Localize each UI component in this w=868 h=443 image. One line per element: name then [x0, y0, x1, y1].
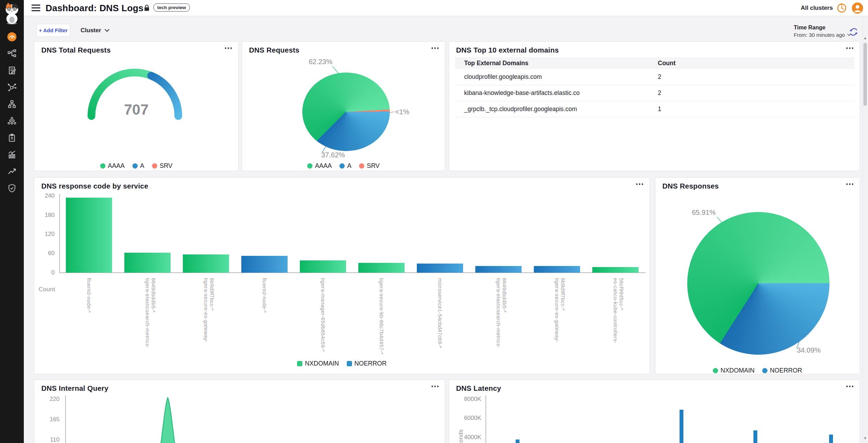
panel-title: DNS Responses: [662, 182, 719, 190]
chart-legend: AAAA A SRV: [242, 162, 445, 170]
y-tick: 8000K: [456, 396, 481, 403]
y-tick: 180: [36, 212, 55, 219]
legend-item[interactable]: NXDOMAIN: [297, 360, 339, 367]
legend-dot: [132, 163, 138, 169]
metrics-icon[interactable]: [7, 150, 16, 159]
area-chart[interactable]: [34, 380, 446, 443]
tech-preview-badge: tech preview: [153, 4, 190, 12]
panel-dns-top-domains: DNS Top 10 external domains Top External…: [449, 41, 860, 171]
lock-icon: [144, 5, 150, 13]
bar[interactable]: [516, 439, 519, 443]
panel-menu-button[interactable]: [846, 181, 854, 187]
y-tick: 240: [36, 192, 55, 199]
dashboard-gauge-icon[interactable]: [7, 32, 16, 41]
policies-icon[interactable]: [7, 66, 16, 75]
legend-item[interactable]: SRV: [359, 162, 380, 170]
legend-dot: [359, 163, 364, 169]
x-axis-labels: fluentd-node-*tigera-elasticsearch-metri…: [60, 278, 645, 359]
bar[interactable]: [417, 264, 463, 273]
time-range-selector[interactable]: From: 30 minutes ago: [794, 32, 851, 38]
legend-dot: [100, 163, 105, 169]
table-row: kibana-knowledge-base-artifacts.elastic.…: [455, 85, 854, 101]
trends-icon[interactable]: [7, 167, 16, 176]
cluster-dropdown[interactable]: Cluster: [81, 24, 109, 37]
refresh-icon[interactable]: [849, 27, 858, 36]
bar[interactable]: [680, 410, 683, 443]
pie-slice-label: 62.23%: [297, 58, 332, 66]
y-axis-title: Count: [39, 272, 55, 293]
pie-slice-label: 65.91%: [677, 209, 716, 217]
bar-chart-plot: [60, 196, 645, 273]
pie-slice-label: 34.09%: [797, 346, 821, 354]
sidebar: [0, 0, 24, 443]
legend-dot: [307, 163, 312, 169]
bar[interactable]: [358, 263, 405, 273]
x-axis-label: tigera-secure-es-gateway-6b9d9f7bcc-*: [554, 278, 566, 359]
legend-item[interactable]: NOERROR: [347, 360, 387, 367]
legend-item[interactable]: A: [132, 162, 144, 170]
x-axis-label: tigera-manager-65db854c59-*: [320, 278, 326, 352]
topology-icon[interactable]: [7, 49, 16, 58]
calico-logo[interactable]: [1, 1, 22, 24]
menu-icon[interactable]: [32, 5, 40, 11]
chevron-down-icon: [105, 29, 109, 32]
column-header: Count: [658, 60, 854, 67]
add-filter-button[interactable]: + Add Filter: [36, 24, 70, 37]
bar[interactable]: [592, 267, 639, 273]
chart-legend: NXDOMAIN NOERROR: [655, 367, 860, 374]
legend-item[interactable]: NXDOMAIN: [713, 367, 755, 374]
x-axis-label: microservice1-54cbd47c69-*: [437, 278, 443, 348]
x-axis-label: tigera-secure-kb-66c7b4d457-*: [379, 278, 385, 354]
service-graph-icon[interactable]: [7, 83, 16, 92]
scroll-down-arrow[interactable]: ▼: [863, 436, 867, 440]
pie-chart[interactable]: [687, 212, 829, 355]
user-avatar[interactable]: [852, 2, 863, 14]
panel-dns-total-requests: DNS Total Requests 707 AAAA A SRV: [34, 41, 239, 171]
count-cell: 2: [658, 89, 854, 97]
page-title: Dashboard: DNS Logs: [46, 0, 144, 16]
x-axis-label: tigera-elasticsearch-metrics-6649dbddb5-…: [145, 278, 157, 359]
domain-cell: cloudprofiler.googleapis.com: [455, 73, 658, 81]
bar[interactable]: [124, 253, 171, 273]
bar[interactable]: [300, 260, 346, 273]
legend-item[interactable]: AAAA: [307, 162, 332, 170]
shield-icon[interactable]: [7, 184, 16, 193]
scrollbar-thumb[interactable]: [863, 43, 867, 106]
bar[interactable]: [534, 266, 580, 273]
pie-slice-label: 37.62%: [321, 151, 345, 159]
pie-chart[interactable]: [302, 73, 390, 151]
history-icon[interactable]: [836, 3, 847, 13]
table-row: cloudprofiler.googleapis.com 2: [455, 69, 854, 85]
header: Dashboard: DNS Logs tech preview All clu…: [24, 0, 868, 16]
legend-dot: [339, 163, 345, 169]
all-clusters-selector[interactable]: All clusters: [801, 0, 833, 16]
panel-dns-latency: DNS Latency 8000K 6000K 4000K Nanosecond…: [449, 380, 860, 443]
nodes-icon[interactable]: [7, 100, 16, 109]
clusters-icon[interactable]: [7, 116, 16, 125]
domain-cell: _grpclb._tcp.cloudprofiler.googleapis.co…: [455, 105, 658, 113]
y-tick: 6000K: [456, 415, 481, 422]
legend-item[interactable]: NOERROR: [762, 367, 802, 374]
panel-menu-button[interactable]: [431, 45, 440, 51]
legend-dot: [713, 368, 718, 373]
bar[interactable]: [241, 256, 288, 273]
panel-menu-button[interactable]: [635, 181, 644, 187]
bar[interactable]: [753, 430, 757, 443]
panel-title: DNS Top 10 external domains: [456, 46, 559, 54]
scroll-up-arrow[interactable]: ▲: [863, 36, 867, 40]
legend-item[interactable]: SRV: [152, 162, 173, 170]
bar-chart-plot: [485, 380, 857, 443]
bar[interactable]: [475, 266, 522, 273]
count-cell: 2: [658, 73, 854, 81]
legend-item[interactable]: A: [339, 162, 351, 170]
legend-dot: [762, 368, 767, 373]
compliance-icon[interactable]: [7, 133, 16, 142]
chart-legend: AAAA A SRV: [34, 162, 238, 170]
y-axis-title: Nanoseconds: [457, 427, 464, 443]
panel-menu-button[interactable]: [846, 45, 854, 51]
bar[interactable]: [829, 435, 833, 443]
panel-menu-button[interactable]: [224, 45, 233, 51]
bar[interactable]: [66, 198, 112, 273]
bar[interactable]: [183, 254, 229, 273]
legend-item[interactable]: AAAA: [100, 162, 125, 170]
